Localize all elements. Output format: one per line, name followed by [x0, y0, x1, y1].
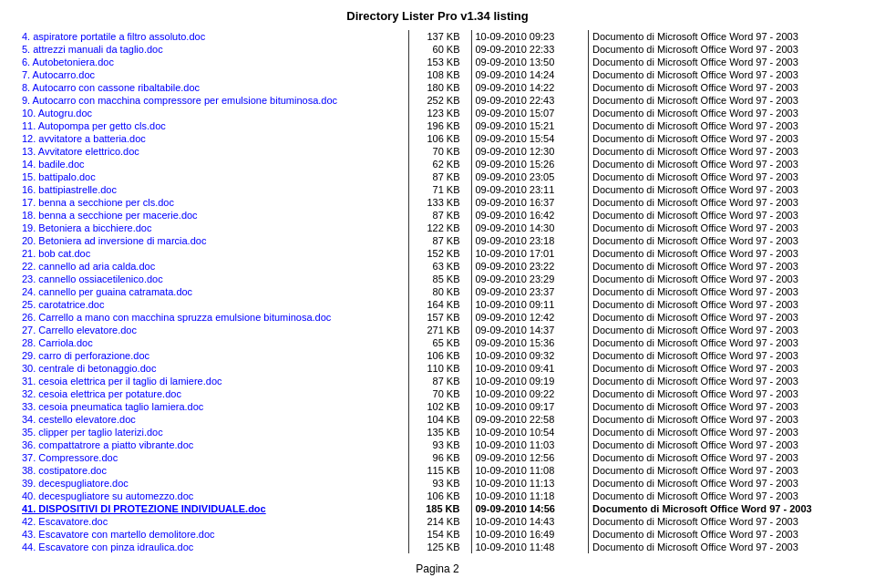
- file-size: 93 KB: [409, 477, 464, 490]
- file-name[interactable]: 22. cannello ad aria calda.doc: [18, 260, 401, 273]
- table-row: 10. Autogru.doc123 KB09-09-2010 15:07Doc…: [18, 107, 857, 119]
- file-name[interactable]: 5. attrezzi manuali da taglio.doc: [18, 43, 401, 56]
- file-name[interactable]: 20. Betoniera ad inversione di marcia.do…: [18, 234, 401, 247]
- file-name[interactable]: 7. Autocarro.doc: [18, 68, 401, 81]
- table-row: 18. benna a secchione per macerie.doc87 …: [18, 209, 857, 222]
- file-date: 09-09-2010 16:37: [471, 196, 581, 209]
- column-divider: [401, 426, 409, 438]
- file-type: Documento di Microsoft Office Word 97 - …: [589, 400, 858, 413]
- file-name[interactable]: 13. Avvitatore elettrico.doc: [18, 145, 401, 158]
- table-row: 37. Compressore.doc96 KB09-09-2010 12:56…: [18, 451, 857, 464]
- table-row: 11. Autopompa per getto cls.doc196 KB09-…: [18, 119, 857, 132]
- file-name[interactable]: 21. bob cat.doc: [18, 247, 401, 260]
- table-row: 12. avvitatore a batteria.doc106 KB09-09…: [18, 132, 857, 145]
- column-divider-3: [581, 541, 589, 553]
- file-size: 96 KB: [409, 451, 464, 464]
- file-name[interactable]: 9. Autocarro con macchina compressore pe…: [18, 94, 401, 107]
- file-name[interactable]: 33. cesoia pneumatica taglio lamiera.doc: [18, 400, 401, 413]
- column-divider-2: [464, 502, 472, 515]
- file-name[interactable]: 37. Compressore.doc: [18, 451, 401, 464]
- file-size: 123 KB: [409, 107, 464, 119]
- file-size: 110 KB: [409, 362, 464, 375]
- file-size: 104 KB: [409, 413, 464, 426]
- file-date: 10-09-2010 11:18: [471, 490, 581, 502]
- file-name[interactable]: 36. compattatrore a piatto vibrante.doc: [18, 438, 401, 451]
- file-name[interactable]: 43. Escavatore con martello demolitore.d…: [18, 528, 401, 541]
- file-name[interactable]: 19. Betoniera a bicchiere.doc: [18, 222, 401, 234]
- file-size: 71 KB: [409, 183, 464, 196]
- page-number: Pagina 2: [18, 562, 857, 575]
- column-divider-3: [581, 413, 589, 426]
- column-divider-2: [464, 183, 472, 196]
- file-name[interactable]: 16. battipiastrelle.doc: [18, 183, 401, 196]
- file-date: 09-09-2010 15:21: [471, 119, 581, 132]
- file-name[interactable]: 6. Autobetoniera.doc: [18, 56, 401, 68]
- column-divider-3: [581, 349, 589, 362]
- file-name[interactable]: 26. Carrello a mano con macchina spruzza…: [18, 311, 401, 324]
- file-date: 09-09-2010 16:42: [471, 209, 581, 222]
- table-row: 30. centrale di betonaggio.doc110 KB10-0…: [18, 362, 857, 375]
- column-divider-2: [464, 81, 472, 94]
- table-row: 26. Carrello a mano con macchina spruzza…: [18, 311, 857, 324]
- file-name[interactable]: 35. clipper per taglio laterizi.doc: [18, 426, 401, 438]
- file-date: 09-09-2010 22:58: [471, 413, 581, 426]
- file-date: 09-09-2010 22:43: [471, 94, 581, 107]
- column-divider: [401, 528, 409, 541]
- file-size: 196 KB: [409, 119, 464, 132]
- file-name[interactable]: 15. battipalo.doc: [18, 170, 401, 183]
- table-row: 6. Autobetoniera.doc153 KB09-09-2010 13:…: [18, 56, 857, 68]
- file-name[interactable]: 29. carro di perforazione.doc: [18, 349, 401, 362]
- file-name[interactable]: 23. cannello ossiacetilenico.doc: [18, 273, 401, 285]
- file-name[interactable]: 18. benna a secchione per macerie.doc: [18, 209, 401, 222]
- file-name[interactable]: 39. decespugliatore.doc: [18, 477, 401, 490]
- table-row: 42. Escavatore.doc214 KB10-09-2010 14:43…: [18, 515, 857, 528]
- file-name[interactable]: 11. Autopompa per getto cls.doc: [18, 119, 401, 132]
- table-row: 38. costipatore.doc115 KB10-09-2010 11:0…: [18, 464, 857, 477]
- file-name[interactable]: 38. costipatore.doc: [18, 464, 401, 477]
- file-name[interactable]: 8. Autocarro con cassone ribaltabile.doc: [18, 81, 401, 94]
- file-name[interactable]: 4. aspiratore portatile a filtro assolut…: [18, 30, 401, 43]
- file-name[interactable]: 27. Carrello elevatore.doc: [18, 324, 401, 336]
- file-name[interactable]: 31. cesoia elettrica per il taglio di la…: [18, 375, 401, 387]
- column-divider-2: [464, 451, 472, 464]
- file-name[interactable]: 44. Escavatore con pinza idraulica.doc: [18, 541, 401, 553]
- file-date: 10-09-2010 10:54: [471, 426, 581, 438]
- table-row: 33. cesoia pneumatica taglio lamiera.doc…: [18, 400, 857, 413]
- file-date: 10-09-2010 17:01: [471, 247, 581, 260]
- column-divider: [401, 349, 409, 362]
- file-name[interactable]: 14. badile.doc: [18, 158, 401, 170]
- column-divider: [401, 311, 409, 324]
- file-name[interactable]: 24. cannello per guaina catramata.doc: [18, 285, 401, 298]
- file-size: 85 KB: [409, 273, 464, 285]
- column-divider-2: [464, 158, 472, 170]
- column-divider-3: [581, 56, 589, 68]
- file-name[interactable]: 42. Escavatore.doc: [18, 515, 401, 528]
- file-name[interactable]: 28. Carriola.doc: [18, 336, 401, 349]
- file-name[interactable]: 40. decespugliatore su automezzo.doc: [18, 490, 401, 502]
- file-name[interactable]: 34. cestello elevatore.doc: [18, 413, 401, 426]
- file-name[interactable]: 12. avvitatore a batteria.doc: [18, 132, 401, 145]
- file-name[interactable]: 10. Autogru.doc: [18, 107, 401, 119]
- file-type: Documento di Microsoft Office Word 97 - …: [589, 311, 858, 324]
- file-type: Documento di Microsoft Office Word 97 - …: [589, 260, 858, 273]
- table-row: 28. Carriola.doc65 KB09-09-2010 15:36Doc…: [18, 336, 857, 349]
- column-divider: [401, 502, 409, 515]
- file-type: Documento di Microsoft Office Word 97 - …: [589, 145, 858, 158]
- file-type: Documento di Microsoft Office Word 97 - …: [589, 298, 858, 311]
- file-type: Documento di Microsoft Office Word 97 - …: [589, 30, 858, 43]
- file-size: 60 KB: [409, 43, 464, 56]
- column-divider: [401, 119, 409, 132]
- column-divider: [401, 438, 409, 451]
- file-name[interactable]: 17. benna a secchione per cls.doc: [18, 196, 401, 209]
- column-divider-3: [581, 298, 589, 311]
- file-name[interactable]: 32. cesoia elettrica per potature.doc: [18, 387, 401, 400]
- column-divider-2: [464, 464, 472, 477]
- column-divider: [401, 196, 409, 209]
- file-name[interactable]: 30. centrale di betonaggio.doc: [18, 362, 401, 375]
- file-name[interactable]: 41. DISPOSITIVI DI PROTEZIONE INDIVIDUAL…: [18, 502, 401, 515]
- file-name[interactable]: 25. carotatrice.doc: [18, 298, 401, 311]
- column-divider: [401, 183, 409, 196]
- column-divider: [401, 170, 409, 183]
- file-type: Documento di Microsoft Office Word 97 - …: [589, 132, 858, 145]
- file-date: 10-09-2010 09:11: [471, 298, 581, 311]
